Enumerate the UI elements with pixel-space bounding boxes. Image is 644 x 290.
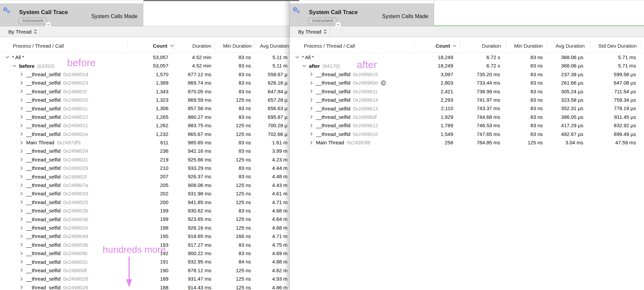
table-row[interactable]: __thread_selfid0x24996153,097735.20 ms83… (290, 70, 644, 79)
table-row[interactable]: __thread_selfid0x249960e➔2,803733.44 ms8… (290, 79, 644, 87)
disclosure-chevron-right-icon[interactable] (19, 132, 23, 136)
cell-duration: 931.47 ms (188, 275, 211, 283)
disclosure-chevron-down-icon[interactable] (5, 56, 9, 58)
disclosure-chevron-right-icon[interactable] (19, 286, 23, 289)
detail-view-selector[interactable]: By Thread (8, 26, 37, 37)
table-row[interactable]: __thread_selfid0x24980df190878.12 ms125 … (0, 266, 289, 275)
table-row[interactable]: after(64170)18,2496.72 s83 ns368.06 µs5.… (290, 61, 644, 70)
disclosure-chevron-right-icon[interactable] (309, 124, 313, 127)
disclosure-chevron-right-icon[interactable] (19, 192, 23, 195)
table-row[interactable]: __thread_selfid0x249802e198926.16 ms125 … (0, 224, 289, 232)
table-row[interactable]: __thread_selfid0x24980221,265880.27 ms83… (0, 113, 289, 121)
table-row[interactable]: __thread_selfid0x24980201,323869.59 ms12… (0, 96, 289, 104)
disclosure-chevron-right-icon[interactable] (19, 107, 23, 110)
table-row[interactable]: __thread_selfid0x249802c191932.95 ms84 n… (0, 257, 289, 266)
disclosure-chevron-right-icon[interactable] (19, 277, 23, 281)
instrument-badge[interactable]: Instrument (308, 17, 337, 24)
disclosure-chevron-right-icon[interactable] (309, 98, 313, 102)
disclosure-chevron-right-icon[interactable] (19, 260, 23, 263)
table-row[interactable]: __thread_selfid0x24996101,549747.65 ms83… (290, 130, 644, 138)
table-row[interactable]: __thread_selfid0x2498033202931.98 ms125 … (0, 189, 289, 198)
column-header-count[interactable]: Count (436, 43, 457, 49)
disclosure-chevron-right-icon[interactable] (19, 175, 23, 178)
disclosure-chevron-right-icon[interactable] (309, 115, 313, 118)
cell-count: 2,421 (440, 87, 453, 96)
table-row[interactable]: __thread_selfid0x2498036199923.65 ms125 … (0, 215, 289, 223)
table-row[interactable]: __thread_selfid0x249802b199930.62 ms83 n… (0, 206, 289, 215)
column-header-std-dev-duration[interactable]: Std Dev Duration (598, 43, 637, 49)
table-row[interactable]: * All *53,0574.52 min83 ns5.11 m (0, 53, 289, 61)
cell-avg-duration: 4.43 m (272, 181, 287, 189)
table-row[interactable]: __thread_selfid0x2498025200941.85 ms125 … (0, 198, 289, 206)
disclosure-chevron-right-icon[interactable] (19, 252, 23, 255)
focus-arrow-icon[interactable]: ➔ (381, 80, 386, 86)
disclosure-chevron-right-icon[interactable] (19, 98, 23, 102)
cell-min-duration: 125 ns (236, 121, 251, 130)
table-row[interactable]: __thread_selfid0x2498024236942.16 ms83 n… (0, 147, 289, 155)
table-row[interactable]: __thread_selfid0x2498031219925.66 ms125 … (0, 155, 289, 164)
table-row[interactable]: __thread_selfid0x249801c1,306857.56 ms83… (0, 104, 289, 112)
table-row[interactable]: before(63353)53,0574.52 min83 ns5.11 m (0, 61, 289, 70)
table-row[interactable]: __thread_selfid0x249801e1,232865.67 ms12… (0, 130, 289, 138)
disclosure-chevron-right-icon[interactable] (19, 81, 23, 85)
instrument-window-after: ⚙⚙ System Call Trace Instrument System C… (289, 0, 644, 290)
table-row[interactable]: __thread_selfid0x24996132,110743.37 ms83… (290, 104, 644, 112)
row-name: __thread_selfid (26, 148, 61, 154)
table-row[interactable]: __thread_selfid0x249801f1,343870.05 ms83… (0, 87, 289, 96)
disclosure-chevron-right-icon[interactable] (19, 149, 23, 153)
instrument-badge[interactable]: Instrument (18, 17, 47, 24)
disclosure-chevron-right-icon[interactable] (309, 81, 313, 85)
table-row[interactable]: Main Thread0x2497df3611985.65 ms83 ns1.6… (0, 138, 289, 147)
table-row[interactable]: __thread_selfid0x249960f1,929744.68 ms83… (290, 113, 644, 121)
disclosure-chevron-down-icon[interactable] (12, 65, 16, 67)
disclosure-chevron-right-icon[interactable] (309, 107, 313, 110)
table-row[interactable]: * All *18,2496.72 s83 ns368.06 µs5.71 ms (290, 53, 644, 61)
detail-view-selector[interactable]: By Thread (298, 26, 327, 37)
table-row[interactable]: __thread_selfid0x2498044195918.65 ms166 … (0, 232, 289, 240)
disclosure-chevron-right-icon[interactable] (19, 90, 23, 93)
column-header-avg-duration[interactable]: Avg Duration (556, 43, 585, 49)
column-header-count[interactable]: Count (153, 43, 174, 49)
column-header-duration[interactable]: Duration (192, 43, 211, 49)
table-row[interactable]: __thread_selfid0x2498026188914.43 ms125 … (0, 283, 289, 290)
disclosure-chevron-right-icon[interactable] (309, 72, 313, 76)
table-row[interactable]: __thread_selfid0x2498029210933.29 ms83 n… (0, 164, 289, 172)
disclosure-chevron-right-icon[interactable] (19, 72, 23, 76)
column-header-process[interactable]: Process / Thread / Call (304, 43, 355, 49)
disclosure-chevron-right-icon[interactable] (19, 141, 23, 144)
cell-avg-duration: 4.23 m (272, 155, 287, 164)
disclosure-chevron-right-icon[interactable] (19, 184, 23, 187)
disclosure-chevron-right-icon[interactable] (19, 226, 23, 230)
table-row[interactable]: Main Thread0x24993f8258784.85 ms125 ns3.… (290, 138, 644, 147)
table-row[interactable]: __thread_selfid0x24980211,262883.75 ms12… (0, 121, 289, 130)
disclosure-chevron-right-icon[interactable] (309, 90, 313, 93)
disclosure-chevron-right-icon[interactable] (19, 269, 23, 272)
disclosure-chevron-right-icon[interactable] (19, 200, 23, 204)
table-row[interactable]: __thread_selfid0x24996112,421738.99 ms83… (290, 87, 644, 96)
disclosure-chevron-right-icon[interactable] (19, 235, 23, 238)
column-header-process[interactable]: Process / Thread / Call (13, 43, 64, 49)
table-row[interactable]: __thread_selfid0x249801d1,570877.12 ms83… (0, 70, 289, 79)
disclosure-chevron-down-icon[interactable] (295, 56, 299, 58)
table-row[interactable]: __thread_selfid0x2498028189931.47 ms125 … (0, 275, 289, 283)
disclosure-chevron-right-icon[interactable] (19, 166, 23, 170)
table-row[interactable]: __thread_selfid0x24996121,789746.53 ms83… (290, 121, 644, 130)
disclosure-chevron-right-icon[interactable] (309, 132, 313, 136)
disclosure-chevron-down-icon[interactable] (302, 65, 306, 67)
table-row[interactable]: __thread_selfid0x24980231,389869.74 ms83… (0, 79, 289, 87)
disclosure-chevron-right-icon[interactable] (19, 115, 23, 118)
disclosure-chevron-right-icon[interactable] (19, 209, 23, 212)
column-header-min-duration[interactable]: Min Duration (223, 43, 252, 49)
table-row[interactable]: __thread_selfid0x249802f207926.37 ms83 n… (0, 172, 289, 181)
column-header-duration[interactable]: Duration (482, 43, 501, 49)
cell-count: 1,789 (440, 121, 453, 130)
disclosure-chevron-right-icon[interactable] (19, 158, 23, 161)
column-header-avg-duration[interactable]: Avg Duration (260, 43, 289, 49)
disclosure-chevron-right-icon[interactable] (19, 218, 23, 221)
disclosure-chevron-right-icon[interactable] (19, 124, 23, 127)
disclosure-chevron-right-icon[interactable] (309, 141, 313, 144)
disclosure-chevron-right-icon[interactable] (19, 243, 23, 246)
table-row[interactable]: __thread_selfid0x249807a205908.06 ms125 … (0, 181, 289, 189)
table-row[interactable]: __thread_selfid0x24996142,293741.97 ms83… (290, 96, 644, 104)
column-header-min-duration[interactable]: Min Duration (514, 43, 543, 49)
